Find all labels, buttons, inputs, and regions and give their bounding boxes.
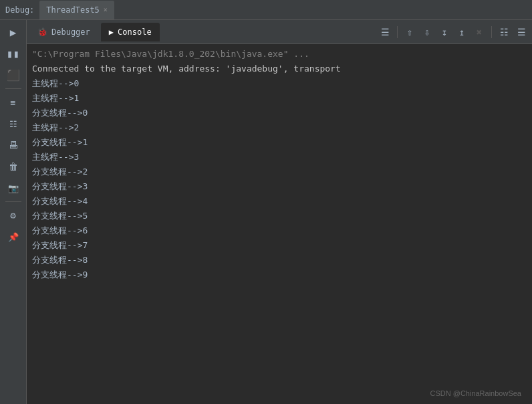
resume-icon[interactable]: ▶ xyxy=(4,23,23,41)
console-line: 分支线程-->4 xyxy=(27,194,532,209)
toolbar-list-btn[interactable]: ☰ xyxy=(513,24,529,40)
console-label: Console xyxy=(118,27,152,37)
toolbar-sep-1 xyxy=(397,26,398,38)
toolbar-up-btn[interactable]: ⇧ xyxy=(402,24,418,40)
thread-test-tab-label: ThreadTest5 xyxy=(46,5,99,15)
console-line: 主线程-->3 xyxy=(27,150,532,165)
console-output[interactable]: "C:\Program Files\Java\jdk1.8.0_202\bin\… xyxy=(27,44,532,404)
console-line: 主线程-->0 xyxy=(27,76,532,91)
toolbar-down-btn[interactable]: ⇩ xyxy=(419,24,435,40)
console-line: 分支线程-->0 xyxy=(27,106,532,120)
sidebar-divider-2 xyxy=(5,201,21,202)
thread-test-tab[interactable]: ThreadTest5 × xyxy=(39,1,114,19)
sidebar-divider-1 xyxy=(5,88,21,89)
debugger-label: Debugger xyxy=(51,27,90,37)
toolbar-grid-btn[interactable]: ☷ xyxy=(496,24,512,40)
console-line: 分支线程-->1 xyxy=(27,135,532,150)
gear-icon[interactable]: ⚙ xyxy=(4,206,23,225)
console-line: 主线程-->1 xyxy=(27,91,532,106)
stack-icon[interactable]: ☷ xyxy=(4,114,23,133)
console-line: 分支线程-->3 xyxy=(27,179,532,194)
snapshot-icon[interactable]: 📷 xyxy=(4,179,23,197)
pin-icon[interactable]: 📌 xyxy=(4,227,23,246)
console-icon: ▶ xyxy=(109,27,114,37)
close-icon[interactable]: × xyxy=(104,6,108,13)
delete-icon[interactable]: 🗑 xyxy=(4,157,23,176)
console-line: 分支线程-->6 xyxy=(27,223,532,238)
stop-icon[interactable]: ⬛ xyxy=(4,66,23,84)
tab-console[interactable]: ▶ Console xyxy=(101,23,160,41)
console-line: 分支线程-->5 xyxy=(27,209,532,223)
console-line: "C:\Program Files\Java\jdk1.8.0_202\bin\… xyxy=(27,47,532,62)
toolbar-bottom-btn[interactable]: ↧ xyxy=(436,24,452,40)
sidebar: ▶ ▮▮ ⬛ ≡ ☷ 🖶 🗑 📷 ⚙ 📌 xyxy=(0,20,27,404)
toolbar-clear-btn[interactable]: ✖ xyxy=(471,24,487,40)
tab-debugger[interactable]: 🐞 Debugger xyxy=(29,23,98,41)
pause-icon[interactable]: ▮▮ xyxy=(4,44,23,63)
console-line: 分支线程-->2 xyxy=(27,165,532,179)
frames-icon[interactable]: ≡ xyxy=(4,93,23,112)
console-line: 分支线程-->8 xyxy=(27,253,532,268)
debug-label: Debug: xyxy=(5,5,34,15)
debugger-icon: 🐞 xyxy=(37,27,47,37)
print-icon[interactable]: 🖶 xyxy=(4,136,23,155)
toolbar-menu-btn[interactable]: ☰ xyxy=(377,24,393,40)
watermark: CSDN @ChinaRainbowSea xyxy=(430,389,521,397)
console-line: 主线程-->2 xyxy=(27,120,532,135)
console-line: 分支线程-->7 xyxy=(27,238,532,253)
toolbar-sep-2 xyxy=(491,26,492,38)
console-line: 分支线程-->9 xyxy=(27,268,532,282)
toolbar-top-btn[interactable]: ↥ xyxy=(454,24,470,40)
console-line: Connected to the target VM, address: 'ja… xyxy=(27,62,532,76)
top-bar: Debug: ThreadTest5 × xyxy=(0,0,532,20)
tab-bar: 🐞 Debugger ▶ Console ☰ ⇧ ⇩ ↧ ↥ ✖ ☷ ☰ xyxy=(27,20,532,44)
